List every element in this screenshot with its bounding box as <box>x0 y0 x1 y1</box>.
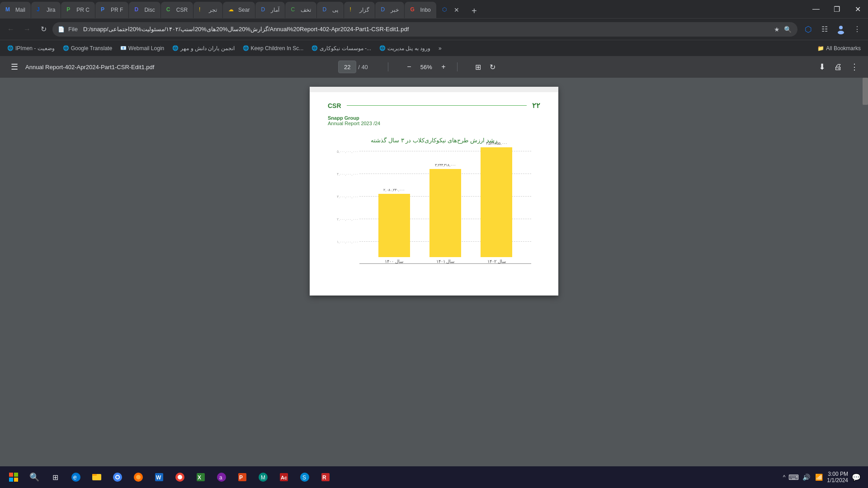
protocol-label: File <box>68 26 78 33</box>
start-button[interactable] <box>4 467 24 487</box>
address-input[interactable]: 📄 File D:/snapp/گزارش%20سال%20های%20اسنپ… <box>52 22 797 37</box>
taskbar-acrobat-icon[interactable]: Ac <box>274 467 294 487</box>
tab-pdf[interactable]: ⬡ ✕ <box>437 2 465 18</box>
maximize-button[interactable]: ❐ <box>826 0 847 18</box>
bar-value-1401: ۳,۲۳۳,۳۱۸,۰۰۰ <box>435 163 456 167</box>
taskbar-word-icon[interactable]: W <box>149 467 169 487</box>
tab-label-prf: PR F <box>111 7 123 13</box>
new-tab-button[interactable]: + <box>467 4 481 18</box>
taskbar-edge-icon[interactable]: e <box>66 467 86 487</box>
bookmark-anjoman[interactable]: 🌐 انجمن یاران دانش و مهر <box>169 43 238 54</box>
bookmark-ipimen[interactable]: 🌐 IPImen - وضعیت <box>4 43 58 54</box>
taskbar-explorer-icon[interactable] <box>87 467 107 487</box>
print-button[interactable]: 🖨 <box>832 61 844 73</box>
bookmark-label-ipimen: IPImen - وضعیت <box>15 45 55 52</box>
taskbar-search-button[interactable]: 🔍 <box>24 467 44 487</box>
lens-icon[interactable]: 🔍 <box>783 25 792 34</box>
download-button[interactable]: ⬇ <box>816 61 828 73</box>
extensions-icon[interactable]: ☷ <box>817 22 832 37</box>
company-name: Snapp Group <box>328 115 540 121</box>
y-label-1: ۵,۰۰۰,۰۰۰,۰۰۰ <box>337 150 358 154</box>
tab-bar: M Mail J Jira P PR C P PR F D Disc C CSR… <box>0 0 868 18</box>
tab-amar[interactable]: D آمار <box>255 2 285 18</box>
address-bar: ← → ↻ 📄 File D:/snapp/گزارش%20سال%20های%… <box>0 18 868 40</box>
zoom-out-button[interactable]: − <box>403 61 415 73</box>
tab-mail[interactable]: M Mail <box>0 2 31 18</box>
svg-rect-4 <box>9 478 13 482</box>
bookmark-google-translate[interactable]: 🌐 Google Translate <box>59 43 116 54</box>
zoom-in-button[interactable]: + <box>437 61 450 73</box>
profile-icon[interactable] <box>834 22 848 37</box>
back-button[interactable]: ← <box>4 22 18 37</box>
bar-value-1402: ۴,۵۲۳,۷۵۵,۰۰۰ <box>486 141 507 145</box>
bookmark-panel[interactable]: 🌐 ورود به پنل مدیریت <box>376 43 434 54</box>
tab-favicon-sea: ☁ <box>228 6 236 14</box>
tab-csr[interactable]: C CSR <box>161 2 193 18</box>
bar-label-1401: سال ۱۴۰۱ <box>436 259 455 264</box>
tab-favicon-tohf: C <box>291 6 298 14</box>
tab-favicon-kh: D <box>381 6 388 14</box>
taskbar-app13[interactable]: R <box>316 467 335 487</box>
svg-text:e: e <box>73 474 77 481</box>
protocol-icon: 📄 <box>58 26 65 33</box>
taskbar-skype-icon[interactable]: S <box>295 467 315 487</box>
tab-thr[interactable]: ! تجر <box>193 2 222 18</box>
more-menu-button[interactable]: ⋮ <box>850 22 864 37</box>
tab-inbox[interactable]: G Inbo <box>405 2 436 18</box>
rotate-button[interactable]: ↻ <box>486 61 499 73</box>
bar-value-1400: ۲,۰۸۰,۲۳۰,۰۰۰ <box>383 188 405 192</box>
bookmark-icon-panel: 🌐 <box>379 45 386 51</box>
pdf-page-separator: / 40 <box>358 64 368 70</box>
bookmark-nikokar[interactable]: 🌐 موسسات نیکوکاری -... <box>308 43 375 54</box>
tab-close-icon[interactable]: ✕ <box>454 6 459 14</box>
taskbar-task-view[interactable]: ⊞ <box>45 467 65 487</box>
taskbar-powerpoint-icon[interactable]: P <box>232 467 252 487</box>
volume-icon[interactable]: 🔊 <box>802 473 811 482</box>
keyboard-icon[interactable]: ⌨ <box>789 473 798 482</box>
tab-label-disc: Disc <box>144 7 155 13</box>
tab-prf[interactable]: P PR F <box>95 2 128 18</box>
tab-pei[interactable]: D پی <box>317 2 344 18</box>
more-options-button[interactable]: ⋮ <box>848 61 861 73</box>
scrollbar-track[interactable] <box>863 78 868 488</box>
tab-goz[interactable]: ! گزار <box>344 2 375 18</box>
bookmarks-more-button[interactable]: » <box>435 43 445 54</box>
tab-tohf[interactable]: C تخف <box>285 2 316 18</box>
minimize-button[interactable]: — <box>806 0 826 18</box>
tab-sea[interactable]: ☁ Sear <box>223 2 255 18</box>
taskbar: 🔍 ⊞ e W X a P M Ac S <box>0 466 868 488</box>
refresh-button[interactable]: ↻ <box>36 22 51 37</box>
bookmark-webmail[interactable]: 📧 Webmail Login <box>117 43 168 54</box>
taskbar-chrome-icon[interactable] <box>108 467 127 487</box>
svg-point-12 <box>116 476 119 479</box>
tab-favicon-disc: D <box>134 6 142 14</box>
taskbar-clock[interactable]: 3:00 PM ‎1/1/2024 <box>827 471 848 483</box>
bookmark-star-icon[interactable]: ★ <box>772 25 781 34</box>
taskbar-firefox-icon[interactable] <box>128 467 148 487</box>
tab-label-goz: گزار <box>359 7 369 13</box>
taskbar-app8[interactable]: a <box>212 467 231 487</box>
tab-disc[interactable]: D Disc <box>129 2 160 18</box>
pdf-page-input[interactable] <box>338 61 356 73</box>
network-icon[interactable]: 📶 <box>814 473 823 482</box>
pdf-page: CSR ۲۲ Snapp Group Annual Report 2023 /2… <box>310 87 558 296</box>
tab-jira[interactable]: J Jira <box>31 2 61 18</box>
tab-kh[interactable]: D خبر <box>375 2 404 18</box>
system-tray-expand-icon[interactable]: ^ <box>783 474 786 480</box>
all-bookmarks-button[interactable]: 📁 All Bookmarks <box>814 43 864 54</box>
taskbar-chrome2-icon[interactable] <box>170 467 190 487</box>
taskbar-excel-icon[interactable]: X <box>191 467 211 487</box>
notification-icon[interactable]: 💬 <box>852 473 861 482</box>
forward-button[interactable]: → <box>20 22 34 37</box>
bookmark-keep-children[interactable]: 🌐 Keep Children In Sc... <box>239 43 307 54</box>
bookmark-icon-ipimen: 🌐 <box>7 45 14 51</box>
scrollbar-thumb[interactable] <box>863 78 868 105</box>
taskbar-maps-icon[interactable]: M <box>253 467 273 487</box>
fit-page-button[interactable]: ⊞ <box>472 61 485 73</box>
close-button[interactable]: ✕ <box>847 0 868 18</box>
pdf-toolbar: ☰ Annual Report-402-Apr2024-Part1-CSR-Ed… <box>0 56 868 78</box>
pdf-menu-button[interactable]: ☰ <box>7 60 22 74</box>
svg-text:a: a <box>219 474 222 481</box>
tab-label-prc: PR C <box>76 7 90 13</box>
tab-prc[interactable]: P PR C <box>61 2 95 18</box>
